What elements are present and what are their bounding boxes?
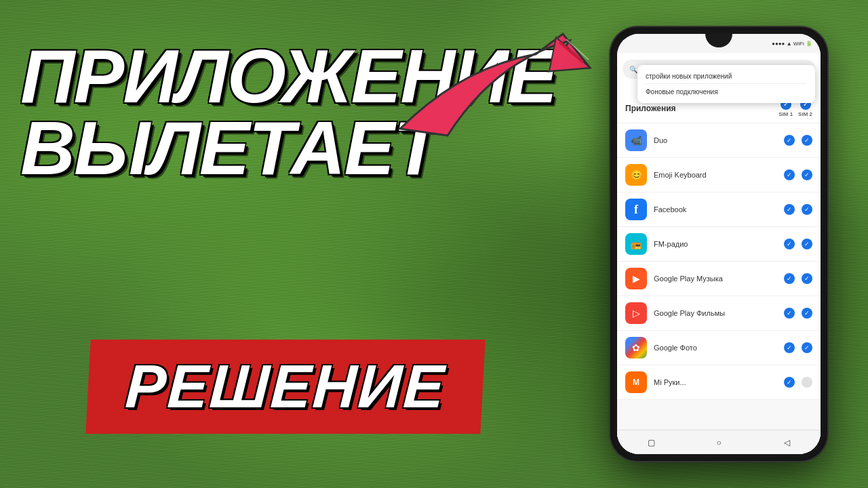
check-sim1: ✓ <box>784 342 795 353</box>
nav-recents[interactable]: ◁ <box>780 436 793 449</box>
check-sim1: ✓ <box>784 135 795 146</box>
check-sim2: ✓ <box>802 308 812 319</box>
app-item-emoji[interactable]: 😊 Emoji Keyboard ✓ ✓ <box>617 158 821 192</box>
app-checks-gpvideo: ✓ ✓ <box>784 308 812 319</box>
tooltip-popup: стройки новых приложений Фоновые подключ… <box>637 65 815 103</box>
app-item-gphoto[interactable]: ✿ Google Фото ✓ ✓ <box>617 331 821 365</box>
tooltip-item-2: Фоновые подключения <box>646 86 807 98</box>
check-sim1: ✓ <box>784 377 795 388</box>
apps-section: Приложения ✓ SIM 1 ✓ SIM 2 <box>617 94 821 454</box>
phone-screen: ●●●● ▲ WiFi 🔋 🔍 Q 15... стройки новых пр… <box>617 34 821 454</box>
app-item-gpmusic[interactable]: ▶ Google Play Музыка ✓ ✓ <box>617 262 821 296</box>
check-sim1: ✓ <box>784 204 795 215</box>
app-icon-facebook: f <box>625 199 647 220</box>
app-icon-duo: 📹 <box>625 129 647 151</box>
app-checks-gphoto: ✓ ✓ <box>784 342 812 353</box>
app-name-gpmusic: Google Play Музыка <box>654 274 784 283</box>
check-sim2: ✓ <box>802 342 812 353</box>
app-name-fm: FM-радио <box>654 240 784 248</box>
app-item-duo[interactable]: 📹 Duo ✓ ✓ <box>617 123 821 158</box>
solution-text: РЕШЕНИЕ <box>123 352 447 422</box>
app-item-mi[interactable]: M Mi Руки... ✓ <box>617 365 821 400</box>
check-sim2: ✓ <box>802 239 812 249</box>
check-sim1: ✓ <box>784 308 795 319</box>
app-name-mi: Mi Руки... <box>654 378 784 386</box>
app-icon-fm: 📻 <box>625 233 647 255</box>
check-sim2: ✓ <box>802 273 812 284</box>
tooltip-item-1: стройки новых приложений <box>646 70 807 84</box>
app-item-facebook[interactable]: f Facebook ✓ ✓ <box>617 192 821 227</box>
apps-header-title: Приложения <box>625 104 778 113</box>
app-checks-gpmusic: ✓ ✓ <box>784 273 812 284</box>
app-checks-fm: ✓ ✓ <box>784 239 812 249</box>
app-checks-mi: ✓ <box>784 377 812 388</box>
phone-body: ●●●● ▲ WiFi 🔋 🔍 Q 15... стройки новых пр… <box>610 27 827 461</box>
app-name-gpvideo: Google Play Фильмы <box>654 309 784 317</box>
check-sim2: ✓ <box>802 135 812 146</box>
nav-back[interactable]: ▢ <box>644 436 658 449</box>
app-item-gpvideo[interactable]: ▷ Google Play Фильмы ✓ ✓ <box>617 296 821 331</box>
app-name-emoji: Emoji Keyboard <box>654 171 784 179</box>
app-icon-gpvideo: ▷ <box>625 302 647 324</box>
check-sim1: ✓ <box>784 273 795 284</box>
solution-banner: РЕШЕНИЕ <box>85 340 485 434</box>
app-icon-mi: M <box>625 371 647 393</box>
phone-bottom-nav: ▢ ○ ◁ <box>617 430 821 454</box>
arrow-container <box>359 14 617 149</box>
app-icon-gphoto: ✿ <box>625 337 647 359</box>
check-sim1: ✓ <box>784 239 795 249</box>
app-icon-emoji: 😊 <box>625 164 647 186</box>
check-sim1: ✓ <box>784 169 795 180</box>
check-sim2: ✓ <box>802 169 812 180</box>
check-sim2: ✓ <box>802 204 812 215</box>
arrow-svg <box>359 14 617 149</box>
screen-content: 🔍 Q 15... стройки новых приложений Фонов… <box>617 53 821 454</box>
app-checks-emoji: ✓ ✓ <box>784 169 812 180</box>
app-name-facebook: Facebook <box>654 205 784 214</box>
app-checks-facebook: ✓ ✓ <box>784 204 812 215</box>
app-name-duo: Duo <box>654 136 784 144</box>
app-icon-gpmusic: ▶ <box>625 268 647 289</box>
app-item-fm[interactable]: 📻 FM-радио ✓ ✓ <box>617 227 821 262</box>
check-sim2 <box>802 377 812 388</box>
app-checks-duo: ✓ ✓ <box>784 135 812 146</box>
app-name-gphoto: Google Фото <box>654 344 784 352</box>
phone-container: ●●●● ▲ WiFi 🔋 🔍 Q 15... стройки новых пр… <box>590 20 848 468</box>
nav-home[interactable]: ○ <box>712 436 726 449</box>
